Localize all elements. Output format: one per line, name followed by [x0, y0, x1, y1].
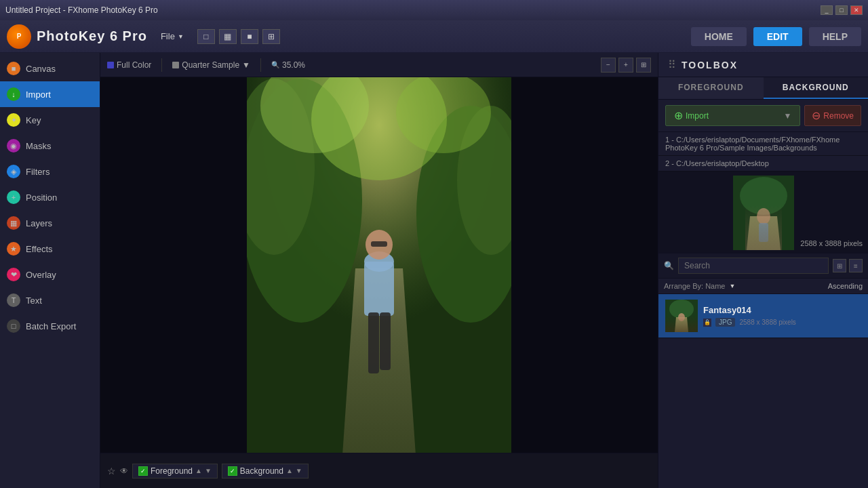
- app-name: PhotoKey 6 Pro: [37, 28, 147, 44]
- minimize-button[interactable]: _: [821, 5, 833, 15]
- panel-drag-handle[interactable]: ⠿: [668, 58, 676, 71]
- search-input[interactable]: [678, 258, 829, 274]
- tab-foreground[interactable]: FOREGROUND: [658, 77, 764, 99]
- logo-icon: P: [7, 24, 31, 49]
- import-icon: ↓: [7, 87, 20, 101]
- sidebar-label-text: Text: [26, 296, 42, 306]
- arrange-order[interactable]: Ascending: [828, 282, 863, 290]
- path-item-1[interactable]: 1 - C:/Users/erislaptop/Documents/FXhome…: [658, 132, 868, 156]
- zoom-out-button[interactable]: −: [601, 58, 616, 73]
- sidebar-label-position: Position: [26, 192, 57, 203]
- file-type-badge: JPG: [715, 318, 735, 327]
- close-button[interactable]: ✕: [850, 5, 863, 15]
- file-info: Fantasy014 🔒 JPG 2588 x 3888 pixels: [703, 305, 861, 327]
- open-icon[interactable]: ▦: [219, 29, 237, 44]
- svg-rect-12: [371, 241, 387, 247]
- home-button[interactable]: HOME: [691, 27, 747, 46]
- file-meta: 🔒 JPG 2588 x 3888 pixels: [703, 318, 861, 327]
- canvas-scene-svg: [247, 77, 511, 453]
- list-view-icon[interactable]: ≡: [849, 259, 863, 272]
- arrange-dropdown-icon[interactable]: ▼: [729, 283, 735, 289]
- file-name: Fantasy014: [703, 305, 861, 315]
- preview-area: 2588 x 3888 pixels: [658, 172, 868, 253]
- sidebar-item-import[interactable]: ↓ Import: [0, 81, 100, 107]
- new-icon[interactable]: □: [197, 29, 215, 44]
- file-thumb-svg: [665, 300, 698, 332]
- canvas-toolbar: Full Color Quarter Sample ▼ 🔍 35.0% − + …: [100, 53, 658, 77]
- maximize-button[interactable]: □: [835, 5, 848, 15]
- sidebar-item-overlay[interactable]: ❤ Overlay: [0, 262, 100, 287]
- toolbar-icons: □ ▦ ■ ⊞: [197, 29, 280, 44]
- preview-size-label: 2588 x 3888 pixels: [800, 239, 863, 247]
- sidebar-item-position[interactable]: + Position: [0, 184, 100, 210]
- canvas-viewport[interactable]: [100, 77, 658, 453]
- sidebar-label-masks: Masks: [26, 141, 52, 151]
- sidebar-item-effects[interactable]: ★ Effects: [0, 236, 100, 262]
- logo: P PhotoKey 6 Pro: [7, 24, 147, 49]
- sidebar-label-layers: Layers: [26, 218, 52, 228]
- filters-icon: ◈: [7, 165, 20, 178]
- fit-button[interactable]: ⊞: [636, 58, 651, 73]
- tab-background[interactable]: BACKGROUND: [764, 77, 869, 99]
- grid-view-icon[interactable]: ⊞: [833, 259, 846, 272]
- sidebar-item-canvas[interactable]: ■ Canvas: [0, 56, 100, 81]
- import-button-label: Import: [686, 111, 709, 121]
- path-item-2[interactable]: 2 - C:/Users/erislaptop/Desktop: [658, 156, 868, 171]
- sample-label: Quarter Sample: [182, 60, 239, 70]
- sidebar-item-batch[interactable]: □ Batch Export: [0, 313, 100, 339]
- eye-icon[interactable]: 👁: [120, 466, 128, 476]
- file-dimensions: 2588 x 3888 pixels: [739, 319, 795, 326]
- key-icon: ✦: [7, 113, 20, 127]
- import-plus-icon: ⊕: [674, 109, 683, 122]
- svg-rect-9: [368, 312, 379, 373]
- zoom-in-button[interactable]: +: [618, 58, 633, 73]
- svg-rect-10: [380, 312, 391, 370]
- view-icons: ⊞ ≡: [833, 259, 863, 272]
- save-icon[interactable]: ■: [241, 29, 258, 44]
- foreground-up-arrow[interactable]: ▲: [195, 467, 202, 474]
- sidebar-label-filters: Filters: [26, 167, 50, 177]
- background-up-arrow[interactable]: ▲: [286, 467, 293, 474]
- batch-icon: □: [7, 319, 20, 333]
- star-icon[interactable]: ☆: [107, 466, 116, 476]
- svg-marker-18: [747, 216, 781, 250]
- overlay-icon: ❤: [7, 268, 20, 281]
- menubar: P PhotoKey 6 Pro File ▼ □ ▦ ■ ⊞ HOME EDI…: [0, 20, 868, 53]
- zoom-display: 🔍 35.0%: [271, 60, 305, 70]
- import-button[interactable]: ⊕ Import ▼: [665, 105, 800, 126]
- sidebar-item-key[interactable]: ✦ Key: [0, 107, 100, 133]
- foreground-down-arrow[interactable]: ▼: [205, 467, 212, 474]
- remove-button[interactable]: ⊖ Remove: [804, 105, 861, 126]
- background-down-arrow[interactable]: ▼: [296, 467, 302, 474]
- sample-dot-icon: [172, 62, 179, 68]
- svg-rect-20: [759, 223, 768, 242]
- zoom-icon: 🔍: [271, 61, 279, 68]
- sidebar-label-effects: Effects: [26, 244, 53, 254]
- color-mode-label: Full Color: [117, 60, 151, 70]
- panel-tabs: FOREGROUND BACKGROUND: [658, 77, 868, 100]
- background-checkbox[interactable]: ✓: [228, 466, 237, 476]
- svg-point-19: [757, 208, 770, 224]
- edit-button[interactable]: EDIT: [753, 27, 802, 46]
- sidebar-item-masks[interactable]: ◉ Masks: [0, 133, 100, 159]
- import-dropdown-icon[interactable]: ▼: [783, 111, 791, 121]
- sidebar-label-key: Key: [26, 115, 41, 125]
- sidebar-item-filters[interactable]: ◈ Filters: [0, 159, 100, 184]
- sidebar-label-canvas: Canvas: [26, 64, 56, 74]
- canvas-area: Full Color Quarter Sample ▼ 🔍 35.0% − + …: [100, 53, 658, 488]
- remove-minus-icon: ⊖: [812, 109, 821, 122]
- svg-point-17: [740, 177, 787, 215]
- svg-point-22: [669, 300, 694, 319]
- position-icon: +: [7, 190, 20, 204]
- file-menu[interactable]: File ▼: [161, 31, 184, 41]
- foreground-checkbox[interactable]: ✓: [138, 466, 148, 476]
- sample-select[interactable]: Quarter Sample ▼: [172, 60, 250, 70]
- color-dot-icon: [107, 62, 114, 68]
- toolbox-title: TOOLBOX: [682, 60, 738, 70]
- sidebar-item-layers[interactable]: ▦ Layers: [0, 210, 100, 236]
- file-item-fantasy014[interactable]: Fantasy014 🔒 JPG 2588 x 3888 pixels: [658, 294, 868, 338]
- sidebar-item-text[interactable]: T Text: [0, 287, 100, 313]
- titlebar-title: Untitled Project - FXhome PhotoKey 6 Pro: [5, 5, 158, 15]
- print-icon[interactable]: ⊞: [262, 29, 280, 44]
- help-button[interactable]: HELP: [809, 27, 861, 46]
